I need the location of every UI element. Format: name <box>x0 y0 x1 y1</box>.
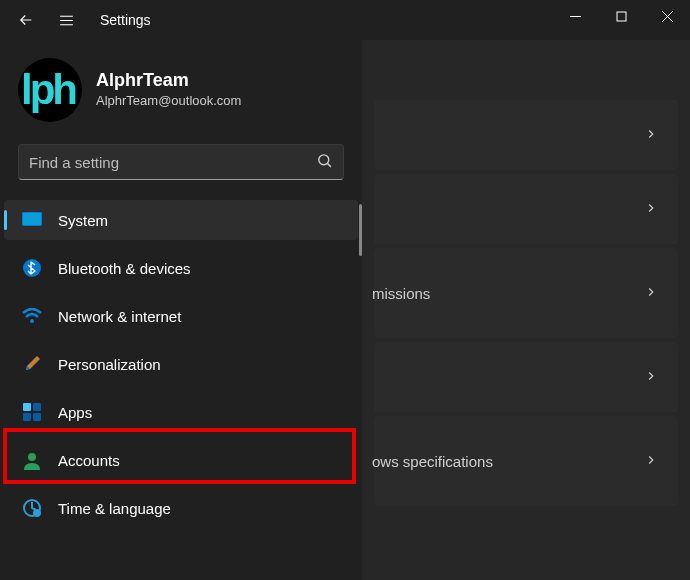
sidebar-item-network[interactable]: Network & internet <box>4 296 358 336</box>
globe-clock-icon <box>22 498 42 518</box>
content-row[interactable]: missions <box>374 248 678 338</box>
close-button[interactable] <box>644 0 690 32</box>
sidebar-item-time-language[interactable]: Time & language <box>4 488 358 528</box>
sidebar-item-label: Personalization <box>58 356 161 373</box>
sidebar: lph AlphrTeam AlphrTeam@outlook.com Syst… <box>0 40 362 580</box>
sidebar-item-label: Time & language <box>58 500 171 517</box>
svg-point-13 <box>30 319 34 323</box>
avatar-text: lph <box>21 66 75 114</box>
content-row[interactable] <box>374 174 678 244</box>
back-button[interactable] <box>6 0 46 40</box>
svg-rect-17 <box>33 413 41 421</box>
nav-list: System Bluetooth & devices Network & int… <box>0 200 362 528</box>
content-row-text: ows specifications <box>372 453 493 470</box>
minimize-button[interactable] <box>552 0 598 32</box>
hamburger-icon <box>58 12 75 29</box>
svg-point-20 <box>33 509 41 517</box>
sidebar-item-label: Apps <box>58 404 92 421</box>
svg-rect-4 <box>617 12 626 21</box>
window-controls <box>552 0 690 32</box>
sidebar-item-personalization[interactable]: Personalization <box>4 344 358 384</box>
profile-email: AlphrTeam@outlook.com <box>96 92 241 110</box>
chevron-right-icon <box>644 127 658 144</box>
window-title: Settings <box>100 12 151 28</box>
svg-line-8 <box>327 163 331 167</box>
content-row[interactable]: ows specifications <box>374 416 678 506</box>
system-icon <box>22 210 42 230</box>
sidebar-item-label: Bluetooth & devices <box>58 260 191 277</box>
search-icon <box>316 152 333 173</box>
search-input[interactable] <box>29 154 316 171</box>
content-row-text: missions <box>372 285 430 302</box>
maximize-icon <box>616 11 627 22</box>
maximize-button[interactable] <box>598 0 644 32</box>
wifi-icon <box>22 306 42 326</box>
sidebar-item-system[interactable]: System <box>4 200 358 240</box>
content-row[interactable] <box>374 100 678 170</box>
content-panel: missions ows specifications <box>362 40 690 580</box>
sidebar-item-accounts[interactable]: Accounts <box>4 440 358 480</box>
svg-rect-11 <box>23 213 41 225</box>
profile-section[interactable]: lph AlphrTeam AlphrTeam@outlook.com <box>0 58 362 144</box>
minimize-icon <box>570 11 581 22</box>
person-icon <box>22 450 42 470</box>
paintbrush-icon <box>22 354 42 374</box>
svg-rect-15 <box>33 403 41 411</box>
sidebar-item-bluetooth[interactable]: Bluetooth & devices <box>4 248 358 288</box>
svg-point-18 <box>28 453 36 461</box>
sidebar-item-label: Network & internet <box>58 308 181 325</box>
hamburger-button[interactable] <box>46 0 86 40</box>
back-arrow-icon <box>17 11 35 29</box>
chevron-right-icon <box>644 453 658 470</box>
avatar: lph <box>18 58 82 122</box>
sidebar-item-apps[interactable]: Apps <box>4 392 358 432</box>
profile-name: AlphrTeam <box>96 70 241 92</box>
apps-icon <box>22 402 42 422</box>
svg-rect-14 <box>23 403 31 411</box>
svg-point-7 <box>319 154 329 164</box>
chevron-right-icon <box>644 201 658 218</box>
profile-info: AlphrTeam AlphrTeam@outlook.com <box>96 70 241 110</box>
sidebar-item-label: Accounts <box>58 452 120 469</box>
search-box[interactable] <box>18 144 344 180</box>
chevron-right-icon <box>644 285 658 302</box>
sidebar-item-label: System <box>58 212 108 229</box>
svg-rect-16 <box>23 413 31 421</box>
bluetooth-icon <box>22 258 42 278</box>
close-icon <box>662 11 673 22</box>
content-row[interactable] <box>374 342 678 412</box>
chevron-right-icon <box>644 369 658 386</box>
